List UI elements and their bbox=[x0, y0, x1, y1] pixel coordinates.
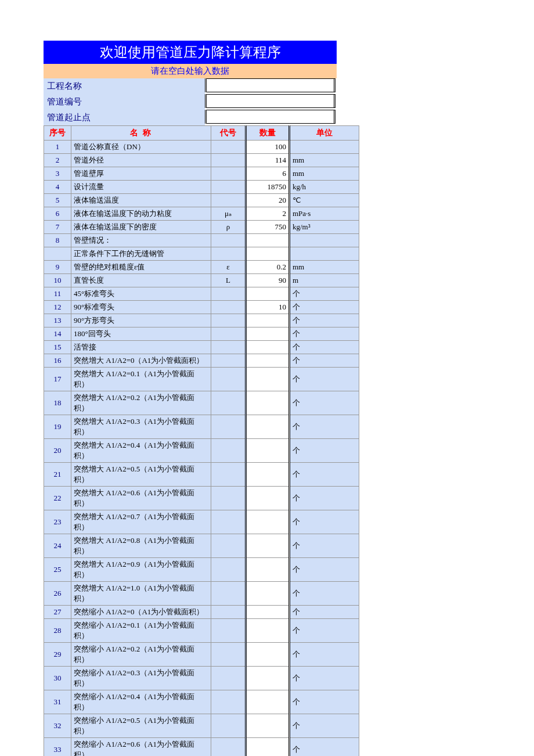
cell-unit: 个 bbox=[290, 534, 359, 558]
cell-name: 突然增大 A1/A2=0.9（A1为小管截面积） bbox=[71, 558, 211, 582]
cell-qty-input[interactable]: 18750 bbox=[246, 181, 290, 194]
cell-code bbox=[211, 415, 246, 439]
cell-qty-input[interactable]: 20 bbox=[246, 194, 290, 207]
table-row: 33突然缩小 A1/A2=0.6（A1为小管截面积）个 bbox=[44, 738, 359, 757]
cell-qty-input[interactable]: 90 bbox=[246, 274, 290, 287]
cell-seq: 12 bbox=[44, 301, 71, 314]
cell-name: 液体输送温度 bbox=[71, 194, 211, 207]
cell-seq: 14 bbox=[44, 327, 71, 341]
table-row: 正常条件下工作的无缝钢管 bbox=[44, 247, 359, 261]
table-row: 2管道外径114mm bbox=[44, 154, 359, 167]
cell-qty-input[interactable] bbox=[246, 368, 290, 391]
cell-seq: 1 bbox=[44, 141, 71, 154]
cell-seq: 31 bbox=[44, 690, 71, 714]
cell-name: 突然缩小 A1/A2=0.3（A1为小管截面积） bbox=[71, 667, 211, 690]
cell-qty-input[interactable] bbox=[246, 234, 290, 247]
cell-qty-input[interactable] bbox=[246, 341, 290, 354]
cell-qty-input[interactable] bbox=[246, 582, 290, 606]
info-input-pipe-no[interactable] bbox=[205, 94, 335, 108]
cell-code bbox=[211, 582, 246, 606]
info-label: 管道编号 bbox=[44, 94, 205, 110]
cell-qty-input[interactable]: 10 bbox=[246, 301, 290, 314]
table-header-row: 序号 名 称 代号 数量 单位 bbox=[44, 126, 359, 141]
cell-code bbox=[211, 234, 246, 247]
title-bar: 欢迎使用管道压力降计算程序 bbox=[44, 41, 337, 64]
cell-unit: mm bbox=[290, 167, 359, 181]
cell-qty-input[interactable]: 750 bbox=[246, 221, 290, 234]
cell-name: 设计流量 bbox=[71, 181, 211, 194]
cell-code bbox=[211, 619, 246, 643]
cell-qty-input[interactable] bbox=[246, 287, 290, 301]
cell-name: 突然缩小 A1/A2=0.2（A1为小管截面积） bbox=[71, 643, 211, 667]
cell-qty-input[interactable] bbox=[246, 327, 290, 341]
info-input-pipe-endpoints[interactable] bbox=[205, 110, 335, 124]
table-row: 26突然增大 A1/A2=1.0（A1为小管截面积）个 bbox=[44, 582, 359, 606]
cell-code bbox=[211, 643, 246, 667]
cell-qty-input[interactable]: 114 bbox=[246, 154, 290, 167]
cell-seq: 9 bbox=[44, 261, 71, 274]
cell-name: 突然增大 A1/A2=0.8（A1为小管截面积） bbox=[71, 534, 211, 558]
table-row: 32突然缩小 A1/A2=0.5（A1为小管截面积）个 bbox=[44, 714, 359, 738]
table-row: 29突然缩小 A1/A2=0.2（A1为小管截面积）个 bbox=[44, 643, 359, 667]
cell-qty-input[interactable] bbox=[246, 690, 290, 714]
cell-seq: 4 bbox=[44, 181, 71, 194]
cell-qty-input[interactable] bbox=[246, 247, 290, 261]
cell-code bbox=[211, 354, 246, 368]
cell-unit: kg/m³ bbox=[290, 221, 359, 234]
cell-qty-input[interactable] bbox=[246, 439, 290, 463]
cell-code bbox=[211, 439, 246, 463]
cell-qty-input[interactable] bbox=[246, 510, 290, 534]
cell-unit: 个 bbox=[290, 667, 359, 690]
cell-code: L bbox=[211, 274, 246, 287]
cell-code bbox=[211, 690, 246, 714]
cell-qty-input[interactable]: 6 bbox=[246, 167, 290, 181]
cell-qty-input[interactable] bbox=[246, 463, 290, 487]
cell-name: 突然增大 A1/A2=0.6（A1为小管截面积） bbox=[71, 487, 211, 510]
cell-unit: 个 bbox=[290, 738, 359, 757]
info-row-0: 工程名称 bbox=[44, 78, 337, 94]
info-input-project-name[interactable] bbox=[205, 78, 335, 92]
cell-code: ε bbox=[211, 261, 246, 274]
cell-qty-input[interactable] bbox=[246, 534, 290, 558]
table-row: 31突然缩小 A1/A2=0.4（A1为小管截面积）个 bbox=[44, 690, 359, 714]
cell-unit: 个 bbox=[290, 354, 359, 368]
cell-unit: 个 bbox=[290, 301, 359, 314]
table-row: 10直管长度L90m bbox=[44, 274, 359, 287]
header-code: 代号 bbox=[211, 126, 246, 141]
table-row: 18突然增大 A1/A2=0.2（A1为小管截面积）个 bbox=[44, 391, 359, 415]
table-row: 28突然缩小 A1/A2=0.1（A1为小管截面积）个 bbox=[44, 619, 359, 643]
cell-name: 突然缩小 A1/A2=0.4（A1为小管截面积） bbox=[71, 690, 211, 714]
cell-qty-input[interactable] bbox=[246, 606, 290, 619]
cell-seq: 15 bbox=[44, 341, 71, 354]
cell-qty-input[interactable] bbox=[246, 619, 290, 643]
table-row: 25突然增大 A1/A2=0.9（A1为小管截面积）个 bbox=[44, 558, 359, 582]
cell-name: 突然增大 A1/A2=0.7（A1为小管截面积） bbox=[71, 510, 211, 534]
header-seq: 序号 bbox=[44, 126, 71, 141]
cell-name: 突然缩小 A1/A2=0.5（A1为小管截面积） bbox=[71, 714, 211, 738]
cell-qty-input[interactable] bbox=[246, 667, 290, 690]
cell-seq: 11 bbox=[44, 287, 71, 301]
cell-qty-input[interactable] bbox=[246, 738, 290, 757]
cell-unit: 个 bbox=[290, 368, 359, 391]
cell-unit: 个 bbox=[290, 391, 359, 415]
cell-code bbox=[211, 341, 246, 354]
cell-qty-input[interactable]: 0.2 bbox=[246, 261, 290, 274]
cell-seq bbox=[44, 247, 71, 261]
cell-qty-input[interactable] bbox=[246, 415, 290, 439]
cell-code bbox=[211, 314, 246, 327]
cell-qty-input[interactable] bbox=[246, 487, 290, 510]
cell-name: 突然增大 A1/A2=0.3（A1为小管截面积） bbox=[71, 415, 211, 439]
table-row: 15活管接个 bbox=[44, 341, 359, 354]
cell-qty-input[interactable]: 2 bbox=[246, 207, 290, 221]
cell-qty-input[interactable] bbox=[246, 714, 290, 738]
cell-qty-input[interactable] bbox=[246, 314, 290, 327]
cell-qty-input[interactable] bbox=[246, 558, 290, 582]
cell-seq: 21 bbox=[44, 463, 71, 487]
cell-name: 突然增大 A1/A2=0.4（A1为小管截面积） bbox=[71, 439, 211, 463]
cell-qty-input[interactable] bbox=[246, 391, 290, 415]
cell-qty-input[interactable] bbox=[246, 354, 290, 368]
cell-code bbox=[211, 738, 246, 757]
cell-qty-input[interactable] bbox=[246, 643, 290, 667]
table-row: 8管壁情况： bbox=[44, 234, 359, 247]
cell-qty-input[interactable]: 100 bbox=[246, 141, 290, 154]
